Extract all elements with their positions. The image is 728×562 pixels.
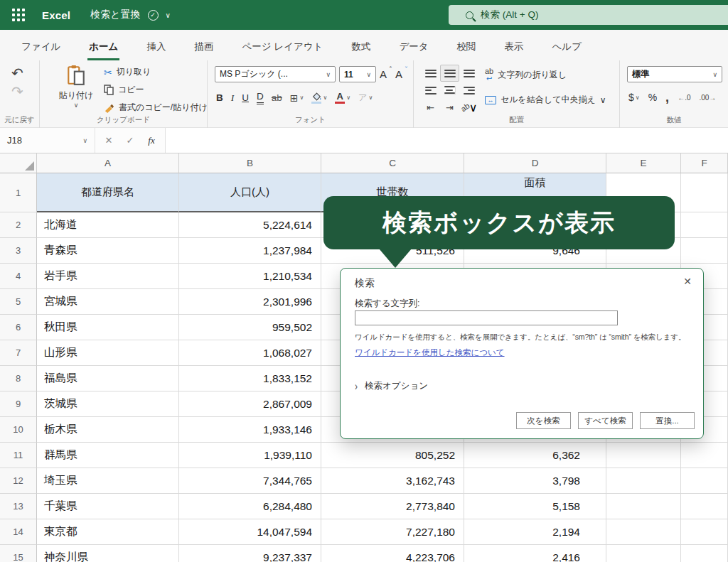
cell-population[interactable]: 5,224,614	[179, 212, 321, 238]
double-underline-button[interactable]: D	[257, 92, 264, 104]
align-center-button[interactable]	[440, 82, 459, 99]
row-header[interactable]: 2	[0, 212, 37, 238]
cell-f[interactable]	[681, 494, 728, 519]
merge-center-button[interactable]: ↔ セルを結合して中央揃え ∨	[485, 94, 606, 106]
row-header[interactable]: 7	[0, 340, 37, 366]
column-header-a[interactable]: A	[37, 153, 179, 173]
cell-population[interactable]: 1,933,146	[179, 417, 321, 443]
cell-population[interactable]: 6,284,480	[179, 494, 321, 519]
app-name[interactable]: Excel	[42, 9, 70, 21]
tab-insert[interactable]: 挿入	[145, 40, 167, 60]
cell-prefecture[interactable]: 北海道	[37, 212, 179, 238]
column-header-d[interactable]: D	[464, 153, 606, 173]
column-header-c[interactable]: C	[321, 153, 464, 173]
cell-households[interactable]: 3,162,743	[321, 468, 464, 494]
cell-prefecture[interactable]: 茨城県	[37, 391, 179, 417]
cell-population[interactable]: 1,068,027	[179, 340, 321, 366]
cell-area[interactable]: 6,362	[464, 443, 606, 468]
cell-prefecture[interactable]: 東京都	[37, 519, 179, 545]
row-header-1[interactable]: 1	[0, 173, 37, 212]
cell-area[interactable]: 2,416	[464, 545, 606, 562]
tab-page-layout[interactable]: ページ レイアウト	[240, 40, 324, 60]
row-header[interactable]: 5	[0, 289, 37, 315]
italic-button[interactable]: I	[231, 92, 235, 104]
cell-population[interactable]: 7,344,765	[179, 468, 321, 494]
cell-population[interactable]: 1,237,984	[179, 238, 321, 264]
comma-format-button[interactable]: ,	[665, 94, 669, 102]
cell-prefecture[interactable]: 栃木県	[37, 417, 179, 443]
tab-view[interactable]: 表示	[503, 40, 525, 60]
cell-prefecture[interactable]: 神奈川県	[37, 545, 179, 562]
enter-check-icon[interactable]: ✓	[121, 135, 139, 146]
cell-population[interactable]: 1,939,110	[179, 443, 321, 468]
tab-draw[interactable]: 描画	[193, 40, 215, 60]
doc-title-chevron-down-icon[interactable]: ∨	[166, 11, 171, 19]
cell-f1[interactable]	[681, 173, 728, 212]
tab-review[interactable]: 校閲	[456, 40, 478, 60]
cell-population[interactable]: 2,301,996	[179, 289, 321, 315]
cell-population[interactable]: 14,047,594	[179, 519, 321, 545]
row-header[interactable]: 6	[0, 315, 37, 340]
insert-function-fx-icon[interactable]: fx	[142, 135, 161, 146]
column-header-b[interactable]: B	[179, 153, 321, 173]
tab-formulas[interactable]: 数式	[350, 40, 372, 60]
align-top-button[interactable]	[421, 65, 440, 82]
cell-prefecture[interactable]: 青森県	[37, 238, 179, 264]
cut-button[interactable]: ✂ 切り取り	[104, 66, 208, 78]
underline-button[interactable]: U	[242, 92, 249, 103]
replace-button[interactable]: 置換...	[640, 412, 695, 429]
cell-e[interactable]	[606, 468, 681, 494]
row-header[interactable]: 13	[0, 494, 37, 519]
increase-indent-button[interactable]: ⇥	[440, 99, 459, 116]
row-header[interactable]: 15	[0, 545, 37, 562]
cell-prefecture[interactable]: 岩手県	[37, 264, 179, 289]
search-input[interactable]: 検索 (Alt + Q)	[449, 5, 728, 25]
cell-a1[interactable]: 都道府県名	[37, 173, 179, 212]
align-left-button[interactable]	[421, 82, 440, 99]
decrease-indent-button[interactable]: ⇤	[421, 99, 440, 116]
wildcard-help-link[interactable]: ワイルドカードを使用した検索について	[355, 347, 505, 358]
tab-home[interactable]: ホーム	[87, 40, 119, 60]
cell-f[interactable]	[681, 545, 728, 562]
redo-button[interactable]: ↷	[11, 85, 23, 99]
row-header[interactable]: 9	[0, 391, 37, 417]
find-all-button[interactable]: すべて検索	[578, 412, 633, 429]
document-title[interactable]: 検索と置換	[90, 9, 140, 21]
cell-e[interactable]	[606, 519, 681, 545]
cell-households[interactable]: 4,223,706	[321, 545, 464, 562]
cell-f[interactable]	[681, 519, 728, 545]
font-color-button[interactable]: A ∨	[335, 92, 350, 104]
decrease-font-size-button[interactable]: Aˇ	[395, 68, 407, 80]
number-format-select[interactable]: 標準 ∨	[627, 66, 722, 82]
row-header[interactable]: 12	[0, 468, 37, 494]
find-what-input[interactable]	[355, 310, 618, 325]
text-orientation-button[interactable]: ab∨	[459, 99, 478, 116]
column-header-f[interactable]: F	[681, 153, 728, 173]
cell-population[interactable]: 1,833,152	[179, 366, 321, 391]
cell-e[interactable]	[606, 443, 681, 468]
cell-prefecture[interactable]: 秋田県	[37, 315, 179, 340]
font-name-select[interactable]: MS Pゴシック (... ∨	[215, 66, 336, 82]
format-painter-button[interactable]: 書式のコピー/貼り付け	[104, 102, 208, 114]
row-header[interactable]: 3	[0, 238, 37, 264]
undo-button[interactable]: ↶	[11, 66, 23, 80]
cell-households[interactable]: 805,252	[321, 443, 464, 468]
cell-households[interactable]: 7,227,180	[321, 519, 464, 545]
cell-e[interactable]	[606, 494, 681, 519]
currency-format-button[interactable]: $ ∨	[628, 92, 640, 103]
paste-chevron-down-icon[interactable]: ∨	[53, 102, 100, 109]
row-header[interactable]: 14	[0, 519, 37, 545]
cell-b1[interactable]: 人口(人)	[179, 173, 321, 212]
cell-e[interactable]	[606, 545, 681, 562]
wrap-text-button[interactable]: ab↩ 文字列の折り返し	[485, 67, 606, 82]
decrease-decimal-button[interactable]: ←.0	[678, 94, 690, 102]
name-box[interactable]: J18 ∨	[0, 128, 95, 153]
cell-population[interactable]: 9,237,337	[179, 545, 321, 562]
row-header[interactable]: 10	[0, 417, 37, 443]
cell-f[interactable]	[681, 212, 728, 238]
cell-area[interactable]: 2,194	[464, 519, 606, 545]
align-middle-button[interactable]	[440, 65, 459, 82]
app-launcher-waffle-icon[interactable]	[9, 6, 28, 24]
borders-button[interactable]: ⊞ ∨	[290, 92, 304, 104]
align-right-button[interactable]	[459, 82, 478, 99]
